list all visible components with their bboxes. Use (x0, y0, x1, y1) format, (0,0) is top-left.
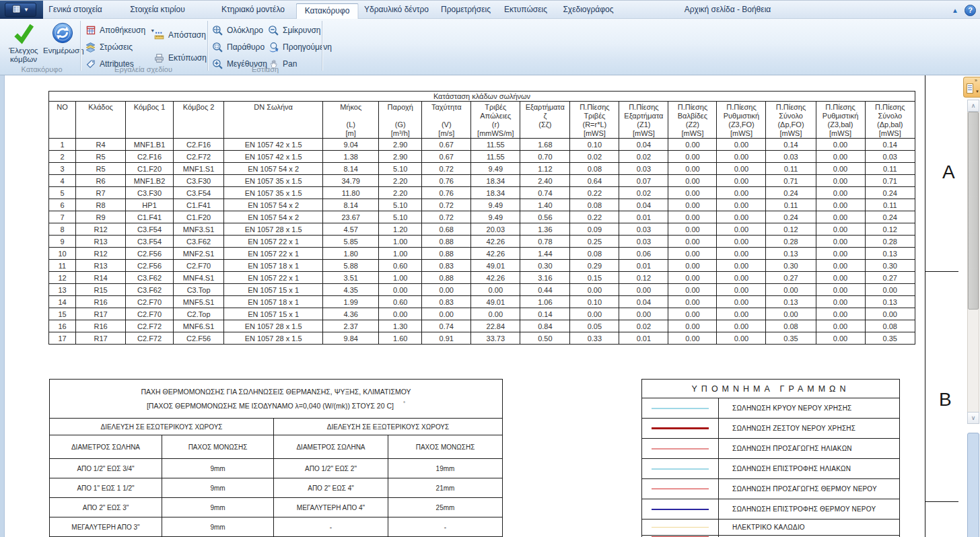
pipe-cell: 8.14 (323, 163, 379, 175)
tab-5[interactable]: Υδραυλικό δέντρο (364, 1, 429, 19)
print-button[interactable]: Εκτύπωση (153, 51, 207, 65)
header-line: (Δp,bal) (866, 120, 915, 129)
pipe-cell: 2.20 (379, 187, 422, 199)
column-header: Κλάδος (76, 102, 126, 139)
pipe-cell: C3.F30 (174, 175, 224, 187)
pipe-cell: 2.40 (520, 175, 570, 187)
pipe-cell: 0.68 (422, 223, 471, 236)
properties-panel-toggle-button[interactable]: » ▼ (963, 77, 980, 98)
printer-icon (153, 52, 165, 64)
pipe-cell: 0.56 (520, 211, 570, 223)
header-line (422, 112, 470, 120)
pipe-cell: 0.00 (668, 139, 717, 151)
pipe-cell: 42.26 (471, 272, 520, 284)
refresh-icon (51, 21, 74, 45)
pipe-cell: 2.90 (379, 139, 422, 151)
layers-button[interactable]: Στρώσεις (85, 40, 133, 54)
pipe-cell: 1.68 (520, 139, 570, 151)
pipe-cell: 0.00 (668, 248, 717, 260)
pipe-cell: EN 1057 35 x 1.5 (224, 175, 323, 187)
header-line: ζ (520, 112, 569, 120)
check-nodes-button[interactable]: Έλεγχος κόμβων (4, 21, 43, 65)
tab-4[interactable]: Κατακόρυφο (296, 3, 359, 20)
pipe-cell: R7 (76, 187, 126, 199)
pipe-cell: 0.00 (816, 308, 865, 320)
column-header: Μήκος (L)[m] (323, 102, 379, 139)
tab-8[interactable]: Σχεδιογράφος (563, 1, 613, 19)
header-line: [mWS] (570, 129, 619, 138)
pipe-cell: 0.00 (717, 187, 766, 199)
column-header: ΤριβέςΑπώλειες(r)[mmWS/m] (471, 102, 520, 139)
insulation-cell: 9mm (162, 478, 274, 498)
pipe-cell: HP1 (126, 199, 174, 211)
column-header: Π.ΠίεσηςΣύνολο(Δp,bal)[mWS] (865, 102, 915, 139)
update-button[interactable]: Ενημέρωση (43, 21, 82, 65)
insulation-cell: ΑΠΟ 2" ΕΩΣ 3" (50, 498, 162, 517)
pipe-cell: 0.83 (422, 296, 471, 308)
pipe-cell: 17 (49, 332, 76, 345)
header-line: Π.Πίεσης (816, 103, 865, 112)
tab-9[interactable]: Αρχική σελίδα - Βοήθεια (685, 1, 771, 19)
window-controls: ▲ ? (952, 1, 976, 20)
header-line: [mWS] (619, 129, 668, 138)
pipe-cell: 0.03 (619, 223, 668, 236)
tab-3[interactable]: Κτηριακό μοντέλο (221, 1, 285, 19)
pipe-cell: C1.F41 (174, 199, 224, 211)
insulation-cell: ΑΠΟ 2" ΕΩΣ 4" (274, 478, 388, 498)
header-line: (Z3,FO) (717, 120, 765, 129)
ribbon-collapse-icon[interactable]: ▲ (952, 7, 958, 14)
pipe-cell: 0.00 (422, 308, 471, 320)
pipe-cell: 3 (49, 163, 76, 175)
help-icon[interactable]: ? (965, 5, 976, 16)
header-line: [mmWS/m] (471, 129, 520, 138)
pipe-cell: 1.00 (379, 272, 422, 284)
scrollbar-thumb[interactable] (968, 112, 979, 310)
pipe-cell: 1.12 (520, 163, 570, 175)
pipe-cell: 0.00 (717, 236, 766, 248)
side-panel-bar[interactable] (967, 433, 979, 537)
pipe-cell: 0.22 (570, 211, 619, 223)
tab-6[interactable]: Προμετρήσεις (441, 1, 491, 19)
pipe-cell: EN 1057 54 x 2 (224, 211, 323, 223)
column-header: Π.ΠίεσηςΡυθμιστική(Z3,bal)[mWS] (816, 102, 865, 139)
tab-7[interactable]: Εκτυπώσεις (504, 1, 547, 19)
app-menu-button[interactable]: ▼ (5, 3, 36, 17)
zoom-window-button[interactable]: Παράθυρο (212, 40, 265, 54)
tab-2[interactable]: Στοιχεία κτιρίου (130, 1, 184, 19)
pipe-cell: C2.F70 (174, 260, 224, 272)
pipe-cell: 1.00 (379, 236, 422, 248)
pipe-cell: 0.15 (570, 272, 619, 284)
scrollbar-down-button[interactable]: ∨ (967, 412, 979, 424)
tab-1[interactable]: Γενικά στοιχεία (48, 1, 102, 19)
pipe-cell: R12 (76, 223, 126, 236)
pipe-cell: C3.F62 (126, 272, 174, 284)
pipe-cell: 2.20 (379, 175, 422, 187)
pipe-cell: C3.F62 (174, 236, 224, 248)
pipe-cell: C2.F72 (174, 151, 224, 163)
table-row: 4R6MNF1.B2C3.F30EN 1057 35 x 1.534.792.2… (49, 175, 915, 187)
pipe-cell: 0.64 (570, 175, 619, 187)
pipe-cell: 0.00 (668, 211, 717, 223)
column-header: ΔΙΑΜΕΤΡΟΣ ΣΩΛΗΝΑ (274, 435, 388, 459)
insulation-cell: ΑΠΟ 1" ΕΩΣ 1 1/2" (50, 478, 162, 498)
pipe-cell: R9 (76, 211, 126, 223)
legend-row: ΣΩΛΗΝΩΣΗ ΠΡΟΣΑΓΩΓΗΣ ΘΕΡΜΟΥ ΝΕΡΟΥ (642, 479, 899, 499)
header-line: (Z1) (619, 120, 668, 129)
pipe-cell: 0.00 (816, 332, 865, 345)
pipe-cell: 0.29 (570, 260, 619, 272)
pipe-cell: 0.00 (379, 284, 422, 296)
pipe-cell: 0.00 (717, 308, 766, 320)
column-header: ΠΑΧΟΣ ΜΟΝΩΣΗΣ (388, 435, 503, 459)
pipe-cell: 0.00 (816, 320, 865, 332)
drawing-canvas[interactable]: Κατάσταση κλάδων σωλήνωνNOΚλάδοςΚόμβος 1… (0, 75, 980, 537)
pipe-cell: 0.28 (766, 236, 816, 248)
save-button[interactable]: Αποθήκευση ▼ (85, 24, 155, 37)
zoom-extents-icon (212, 25, 223, 36)
zoom-out-button[interactable]: Σμίκρυνση (268, 24, 320, 37)
zoom-extents-button[interactable]: Ολόκληρο (212, 24, 263, 37)
legend-line-sample (652, 448, 709, 450)
distance-button[interactable]: Απόσταση (153, 28, 206, 42)
pipe-cell: EN 1057 28 x 1.5 (224, 332, 323, 345)
pipe-cell: 11.80 (323, 187, 379, 199)
scrollbar-up-button[interactable]: ∧ (967, 100, 979, 112)
